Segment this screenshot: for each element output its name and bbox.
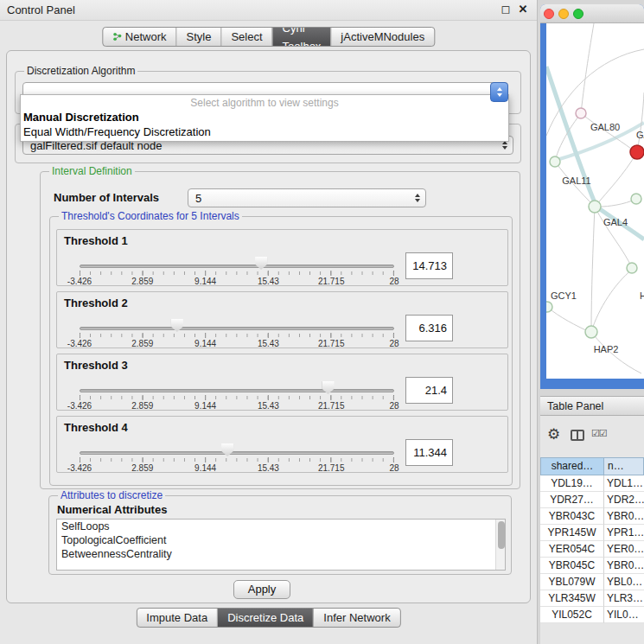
table-cell[interactable]: YBR043C — [540, 508, 604, 525]
column-header-shared-name[interactable]: shared… — [540, 457, 604, 475]
node-label: GAL4 — [603, 217, 628, 227]
table-cell[interactable]: YER054C — [540, 541, 604, 558]
threshold-3-slider[interactable]: -3.426 2.859 9.144 15.43 21.715 28 — [80, 354, 394, 411]
table-cell[interactable]: YDL1… — [604, 475, 644, 492]
table-cell[interactable]: YDL19… — [540, 475, 604, 492]
tab-select-label: Select — [231, 28, 262, 46]
threshold-1-panel: Threshold 1 -3.426 2.859 9.144 15.43 21.… — [56, 229, 508, 286]
scale-tick-label: 21.715 — [318, 463, 345, 473]
tab-impute-data[interactable]: Impute Data — [137, 609, 217, 627]
close-traffic-light-icon[interactable] — [544, 9, 554, 19]
tab-cyni-toolbox[interactable]: Cyni Toolbox — [272, 28, 331, 46]
scale-tick-label: 9.144 — [194, 463, 216, 473]
tab-discretize-data[interactable]: Discretize Data — [217, 609, 313, 627]
network-node[interactable] — [631, 194, 641, 204]
node-table: shared… n… YDL19… YDL1… YDR27… YDR2… YBR… — [540, 457, 644, 623]
table-row: YDL19… YDL1… — [540, 475, 644, 492]
algorithm-combobox-stepper[interactable] — [490, 82, 508, 102]
table-cell[interactable]: YBL079W — [540, 574, 604, 590]
threshold-2-slider[interactable]: -3.426 2.859 9.144 15.43 21.715 28 — [80, 292, 394, 349]
network-node[interactable] — [576, 108, 586, 118]
node-label: GAL11 — [562, 175, 590, 186]
scale-tick-label: 28 — [389, 339, 399, 348]
table-cell[interactable]: YLR3… — [604, 590, 644, 607]
node-label: GAL80 — [590, 122, 620, 132]
number-of-intervals-combobox[interactable]: 5 — [188, 188, 426, 207]
tab-select[interactable]: Select — [220, 28, 271, 46]
table-cell[interactable]: YDR2… — [604, 492, 644, 508]
scale-tick-label: -3.426 — [67, 401, 92, 411]
table-cell[interactable]: YBR045C — [540, 558, 604, 574]
network-node[interactable] — [546, 302, 552, 312]
network-icon — [112, 32, 122, 41]
network-node[interactable] — [550, 156, 560, 167]
slider-scale-labels: -3.426 2.859 9.144 15.43 21.715 28 — [80, 463, 394, 473]
columns-icon[interactable] — [571, 430, 584, 441]
scale-tick-label: 15.43 — [258, 401, 279, 411]
table-cell[interactable]: YBL0… — [604, 574, 644, 590]
gear-icon[interactable]: ⚙ — [547, 426, 560, 443]
apply-button[interactable]: Apply — [233, 580, 290, 599]
column-header-name[interactable]: n… — [604, 457, 644, 475]
threshold-4-value-field[interactable]: 11.344 — [405, 439, 453, 466]
list-item[interactable]: TopologicalCoefficient — [57, 533, 505, 547]
threshold-2-value-field[interactable]: 6.316 — [405, 315, 453, 341]
scale-tick-label: 2.859 — [131, 339, 153, 348]
scale-tick-label: 2.859 — [131, 401, 153, 411]
tab-network[interactable]: Network — [103, 28, 176, 46]
table-panel: Table Panel ⚙ ☑☑ shared… n… YDL19… YDL1…… — [540, 396, 644, 644]
close-icon[interactable]: ✕ — [516, 3, 530, 16]
slider-scale-labels: -3.426 2.859 9.144 15.43 21.715 28 — [80, 339, 394, 348]
select-columns-icon[interactable]: ☑☑ — [591, 428, 607, 439]
table-cell[interactable]: YIL052C — [540, 607, 604, 623]
tab-infer-network[interactable]: Infer Network — [313, 609, 399, 627]
algorithm-option-equal-width[interactable]: Equal Width/Frequency Discretization — [21, 124, 508, 139]
list-scrollbar[interactable] — [495, 520, 505, 570]
table-cell[interactable]: YBR0… — [604, 558, 644, 574]
threshold-1-value-field[interactable]: 14.713 — [405, 252, 453, 279]
threshold-4-slider[interactable]: -3.426 2.859 9.144 15.43 21.715 28 — [80, 417, 394, 474]
network-node[interactable] — [627, 263, 637, 273]
network-canvas[interactable]: GAL80 GA GAL11 GAL4 GCY1 H HAP2 — [546, 23, 644, 379]
slider-minor-ticks — [80, 458, 394, 462]
scale-tick-label: 21.715 — [318, 401, 345, 411]
slider-track[interactable] — [80, 327, 394, 330]
control-panel: Control Panel ◻ ✕ Network Style Select C… — [0, 0, 538, 644]
slider-track[interactable] — [80, 389, 394, 392]
table-header-row: shared… n… — [540, 457, 644, 475]
thresholds-group: Threshold's Coordinates for 5 Intervals … — [49, 216, 513, 486]
float-window-icon[interactable]: ◻ — [499, 3, 513, 16]
table-cell[interactable]: YDR27… — [540, 492, 604, 508]
list-item[interactable]: SelfLoops — [57, 520, 505, 533]
threshold-1-slider[interactable]: -3.426 2.859 9.144 15.43 21.715 28 — [80, 230, 394, 287]
table-cell[interactable]: YPR1… — [604, 525, 644, 541]
scrollbar-thumb[interactable] — [498, 521, 505, 549]
table-cell[interactable]: YER0… — [604, 541, 644, 558]
tab-jactivemnodules[interactable]: jActiveMNodules — [330, 28, 434, 46]
table-cell[interactable]: YPR145W — [540, 525, 604, 541]
list-item[interactable]: BetweennessCentrality — [57, 547, 505, 561]
threshold-3-value-field[interactable]: 21.4 — [405, 377, 453, 404]
minimize-traffic-light-icon[interactable] — [558, 9, 569, 19]
network-node-selected[interactable] — [630, 145, 644, 159]
threshold-3-panel: Threshold 3 -3.426 2.859 9.144 15.43 21.… — [56, 354, 508, 411]
network-node[interactable] — [589, 201, 601, 213]
stepper-down-icon — [497, 93, 502, 97]
stepper-up-icon — [497, 87, 502, 91]
table-row: YPR145W YPR1… — [540, 525, 644, 541]
zoom-traffic-light-icon[interactable] — [573, 9, 583, 19]
table-cell[interactable]: YBR0… — [604, 508, 644, 525]
slider-scale-labels: -3.426 2.859 9.144 15.43 21.715 28 — [80, 277, 394, 286]
algorithm-option-manual[interactable]: Manual Discretization — [21, 110, 508, 124]
slider-track[interactable] — [80, 451, 394, 455]
interval-definition-group: Interval Definition Number of Intervals … — [40, 171, 520, 489]
scale-tick-label: -3.426 — [67, 339, 92, 348]
network-node[interactable] — [585, 326, 597, 338]
tab-style[interactable]: Style — [176, 28, 221, 46]
table-cell[interactable]: YLR345W — [540, 590, 604, 607]
slider-track[interactable] — [80, 265, 394, 268]
scale-tick-label: 9.144 — [194, 277, 216, 286]
table-cell[interactable]: YIL0… — [604, 607, 644, 623]
node-label: GA — [636, 130, 644, 140]
numerical-attributes-label: Numerical Attributes — [57, 503, 167, 516]
